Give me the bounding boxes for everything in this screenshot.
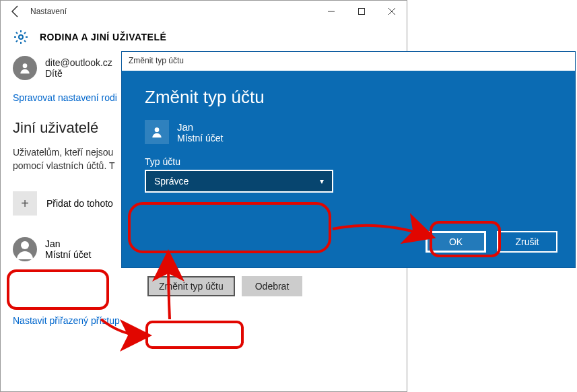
account-type-label: Typ účtu xyxy=(145,156,552,167)
dialog-user-name: Jan xyxy=(177,121,223,133)
close-button[interactable] xyxy=(376,1,407,22)
family-user-lines: dite@outlook.cz Dítě xyxy=(45,57,112,79)
svg-point-5 xyxy=(23,63,28,68)
dialog-actions: OK Zrušit xyxy=(426,231,557,253)
user-actions: Změnit typ účtu Odebrat xyxy=(147,276,395,296)
svg-point-6 xyxy=(21,241,29,249)
ok-button[interactable]: OK xyxy=(426,231,486,253)
window-title: Nastavení xyxy=(30,7,316,16)
gear-icon xyxy=(13,29,29,45)
dialog-body: Změnit typ účtu Jan Místní účet Typ účtu… xyxy=(122,71,575,267)
titlebar: Nastavení xyxy=(1,1,407,22)
local-user-sub: Místní účet xyxy=(45,249,91,260)
back-button[interactable] xyxy=(7,3,24,20)
change-account-type-button[interactable]: Změnit typ účtu xyxy=(147,276,235,296)
plus-icon: + xyxy=(13,191,37,216)
avatar-icon xyxy=(13,237,37,261)
chevron-down-icon: ▾ xyxy=(320,176,324,186)
cancel-button[interactable]: Zrušit xyxy=(497,231,557,253)
remove-user-button[interactable]: Odebrat xyxy=(242,276,303,296)
svg-rect-1 xyxy=(358,9,364,15)
local-user-name: Jan xyxy=(45,238,91,249)
account-type-select[interactable]: Správce ▾ xyxy=(145,170,333,193)
minimize-icon xyxy=(328,8,335,15)
dialog-user-lines: Jan Místní účet xyxy=(177,121,223,143)
maximize-button[interactable] xyxy=(346,1,376,22)
close-icon xyxy=(388,8,395,15)
assigned-access-link[interactable]: Nastavit přiřazený přístup xyxy=(13,315,395,326)
window-controls xyxy=(316,1,407,22)
avatar-icon xyxy=(13,56,37,80)
svg-point-4 xyxy=(19,35,23,39)
avatar-icon xyxy=(145,120,169,144)
change-account-type-dialog: Změnit typ účtu Změnit typ účtu Jan Míst… xyxy=(121,51,576,268)
dialog-heading: Změnit typ účtu xyxy=(145,87,552,108)
local-user-lines: Jan Místní účet xyxy=(45,238,91,260)
page-heading-row: RODINA A JINÍ UŽIVATELÉ xyxy=(1,22,407,51)
account-type-value: Správce xyxy=(154,176,189,187)
svg-point-7 xyxy=(155,127,160,132)
page-title: RODINA A JINÍ UŽIVATELÉ xyxy=(40,32,166,42)
arrow-left-icon xyxy=(7,3,24,20)
add-user-label: Přidat do tohoto xyxy=(46,198,113,209)
dialog-user-row: Jan Místní účet xyxy=(145,120,552,144)
maximize-icon xyxy=(358,8,365,15)
dialog-titlebar: Změnit typ účtu xyxy=(122,52,575,71)
minimize-button[interactable] xyxy=(316,1,346,22)
dialog-user-sub: Místní účet xyxy=(177,133,223,143)
family-user-role: Dítě xyxy=(45,68,112,79)
family-user-email: dite@outlook.cz xyxy=(45,57,112,68)
